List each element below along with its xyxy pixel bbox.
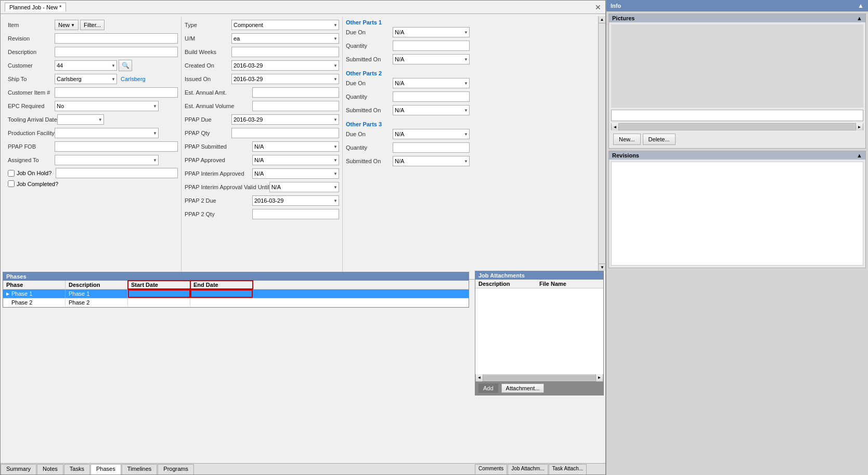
- item-controls: New ▼ Filter...: [55, 20, 178, 30]
- binoculars-button[interactable]: 🔍: [119, 60, 132, 71]
- est-annual-amt-label: Est. Annual Amt.: [185, 89, 252, 96]
- op1-submitted-on-select[interactable]: N/A: [393, 54, 470, 64]
- phases-row-1[interactable]: ▶ Phase 1 Phase 1: [3, 289, 469, 298]
- attach-scroll-left-btn[interactable]: ◄: [476, 374, 483, 381]
- ppap2-qty-input[interactable]: [252, 209, 339, 219]
- assigned-to-select[interactable]: [55, 155, 159, 165]
- op3-quantity-input[interactable]: [393, 142, 470, 153]
- close-button[interactable]: ✕: [595, 3, 601, 11]
- customer-row: Customer 44 🔍: [8, 60, 178, 71]
- revision-input[interactable]: [55, 33, 178, 44]
- attach-attachment-button[interactable]: Attachment...: [501, 384, 545, 393]
- job-on-hold-input[interactable]: [56, 168, 178, 178]
- revisions-collapse-icon[interactable]: ▲: [857, 152, 862, 159]
- phase-row1-end-date[interactable]: [190, 289, 253, 298]
- type-select[interactable]: Component: [231, 20, 339, 30]
- phases-row-2[interactable]: ▶ Phase 2 Phase 2: [3, 298, 469, 307]
- job-on-hold-row: Job On Hold?: [8, 168, 178, 178]
- ship-to-link[interactable]: Carlsberg: [121, 76, 146, 82]
- issued-on-select[interactable]: 2016-03-29: [231, 74, 339, 84]
- ppap-approved-select[interactable]: N/A: [252, 155, 339, 165]
- created-on-select[interactable]: 2016-03-29: [231, 60, 339, 71]
- pictures-new-button[interactable]: New...: [613, 134, 641, 145]
- op2-submitted-on-row: Submitted On N/A: [346, 104, 470, 116]
- op3-due-on-select[interactable]: N/A: [393, 129, 470, 139]
- pictures-section: Pictures ▲ ◄ ► New... Delete...: [608, 14, 866, 149]
- job-on-hold-checkbox[interactable]: [8, 170, 15, 177]
- ship-to-select[interactable]: Carlsberg: [55, 74, 117, 84]
- scroll-down-btn[interactable]: ▼: [599, 263, 606, 271]
- ppap-due-select[interactable]: 2016-03-29: [231, 114, 339, 125]
- op1-due-on-select[interactable]: N/A: [393, 27, 470, 37]
- tab-comments[interactable]: Comments: [475, 464, 507, 474]
- tab-phases[interactable]: Phases: [90, 464, 121, 474]
- created-on-label: Created On: [185, 62, 231, 69]
- phases-table-header: Phase Description Start Date End Date: [3, 281, 469, 289]
- tooling-arrival-select[interactable]: [57, 114, 104, 125]
- tab-job-attachm[interactable]: Job Attachm...: [508, 464, 548, 474]
- scroll-up-btn[interactable]: ▲: [599, 16, 605, 23]
- ppap-interim-valid-select[interactable]: N/A: [269, 182, 339, 192]
- item-new-button[interactable]: New ▼: [55, 20, 79, 30]
- pictures-delete-button[interactable]: Delete...: [643, 134, 676, 145]
- assigned-to-row: Assigned To: [8, 154, 178, 166]
- epc-select[interactable]: No: [55, 101, 159, 111]
- phase-row2-start-date[interactable]: [128, 298, 190, 307]
- build-weeks-row: Build Weeks: [185, 46, 339, 58]
- pictures-collapse-icon[interactable]: ▲: [857, 15, 862, 21]
- pictures-scroll-bar: ◄ ►: [611, 123, 863, 130]
- build-weeks-label: Build Weeks: [185, 49, 231, 55]
- customer-item-input[interactable]: [55, 87, 178, 98]
- est-annual-volume-input[interactable]: [252, 101, 339, 111]
- op3-due-on-row: Due On N/A: [346, 128, 470, 140]
- pictures-scroll-left[interactable]: ◄: [612, 123, 619, 130]
- attach-scroll-right-btn[interactable]: ►: [595, 374, 603, 381]
- op1-quantity-input[interactable]: [393, 41, 470, 51]
- picture-input-box[interactable]: [611, 110, 863, 121]
- op2-submitted-on-select[interactable]: N/A: [393, 105, 470, 115]
- tab-programs[interactable]: Programs: [158, 464, 194, 474]
- ppap-interim-approved-select[interactable]: N/A: [252, 168, 339, 179]
- customer-item-row: Customer Item #: [8, 87, 178, 98]
- um-select[interactable]: ea: [231, 33, 339, 44]
- ppap-qty-input[interactable]: [231, 128, 339, 138]
- ppap-fob-label: PPAP FOB: [8, 143, 55, 150]
- tab-tasks[interactable]: Tasks: [64, 464, 90, 474]
- tab-summary[interactable]: Summary: [1, 464, 36, 474]
- end-date-col-header: End Date: [190, 281, 253, 289]
- tab-notes[interactable]: Notes: [37, 464, 63, 474]
- description-row: Description: [8, 46, 178, 58]
- op2-due-on-select[interactable]: N/A: [393, 78, 470, 88]
- job-completed-checkbox[interactable]: [8, 180, 15, 187]
- epc-row: EPC Required No: [8, 100, 178, 112]
- form-col1: Item New ▼ Filter... Revision: [5, 17, 182, 279]
- phase-row1-start-date[interactable]: [128, 289, 190, 298]
- tab-task-attach[interactable]: Task Attach...: [549, 464, 587, 474]
- epc-label: EPC Required: [8, 103, 55, 109]
- op1-submitted-on-label: Submitted On: [346, 56, 393, 62]
- description-input[interactable]: [55, 47, 178, 57]
- attach-add-button[interactable]: Add: [478, 384, 498, 393]
- pictures-scroll-right[interactable]: ►: [856, 123, 863, 130]
- op2-quantity-label: Quantity: [346, 94, 393, 100]
- production-facility-select[interactable]: [55, 128, 159, 138]
- tab-timelines[interactable]: Timelines: [122, 464, 158, 474]
- op3-submitted-on-select[interactable]: N/A: [393, 156, 470, 166]
- production-facility-row: Production Facility: [8, 127, 178, 139]
- op2-quantity-input[interactable]: [393, 91, 470, 102]
- title-tab[interactable]: Planned Job - New *: [5, 3, 66, 11]
- ppap-due-label: PPAP Due: [185, 116, 231, 123]
- ppap2-due-label: PPAP 2 Due: [185, 197, 252, 204]
- attach-button-row: Add Attachment...: [475, 381, 603, 395]
- ppap2-due-select[interactable]: 2016-03-29: [252, 195, 339, 206]
- est-annual-amt-input[interactable]: [252, 87, 339, 98]
- filter-button[interactable]: Filter...: [80, 20, 105, 30]
- created-on-row: Created On 2016-03-29: [185, 60, 339, 71]
- est-annual-volume-label: Est. Annual Volume: [185, 103, 252, 109]
- ppap-submitted-select[interactable]: N/A: [252, 141, 339, 152]
- ppap-fob-input[interactable]: [55, 141, 178, 152]
- build-weeks-input[interactable]: [231, 47, 339, 57]
- info-collapse-icon[interactable]: ▲: [858, 2, 864, 9]
- phase-row2-end-date[interactable]: [190, 298, 253, 307]
- customer-select[interactable]: 44: [55, 60, 117, 71]
